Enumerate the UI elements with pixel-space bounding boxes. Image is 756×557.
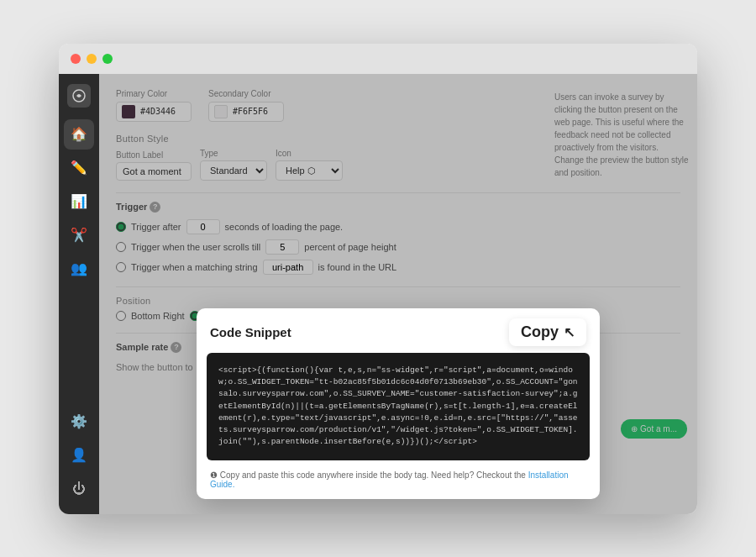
code-footer: ❶ Copy and paste this code anywhere insi… — [197, 470, 600, 499]
sidebar-bottom: ⚙️ 👤 ⏻ — [64, 407, 94, 504]
browser-window: 🏠 ✏️ 📊 ✂️ 👥 ⚙️ 👤 ⏻ Primary Color — [59, 44, 697, 514]
maximize-button[interactable] — [102, 54, 113, 64]
sidebar: 🏠 ✏️ 📊 ✂️ 👥 ⚙️ 👤 ⏻ — [59, 74, 99, 514]
code-snippet-card: Code Snippet Copy ↖ <script>{(function()… — [197, 308, 600, 499]
browser-titlebar — [59, 44, 697, 74]
sidebar-item-scissors[interactable]: ✂️ — [64, 220, 94, 250]
code-block[interactable]: <script>{(function(){var t,e,s,n="ss-wid… — [207, 353, 590, 460]
sidebar-item-profile[interactable]: 👤 — [64, 440, 94, 470]
sidebar-item-chart[interactable]: 📊 — [64, 187, 94, 217]
footer-text: Copy and paste this code anywhere inside… — [220, 470, 526, 480]
main-content: Primary Color #4D3446 Secondary Color #F… — [99, 74, 697, 514]
sidebar-item-power[interactable]: ⏻ — [64, 474, 94, 504]
cursor-icon: ↖ — [564, 324, 575, 340]
copy-label: Copy — [521, 323, 559, 341]
sidebar-item-users[interactable]: 👥 — [64, 254, 94, 284]
code-snippet-header: Code Snippet Copy ↖ — [197, 308, 600, 353]
close-button[interactable] — [71, 54, 81, 64]
sidebar-item-edit[interactable]: ✏️ — [64, 153, 94, 183]
sidebar-item-home[interactable]: 🏠 — [64, 119, 94, 150]
browser-body: 🏠 ✏️ 📊 ✂️ 👥 ⚙️ 👤 ⏻ Primary Color — [59, 74, 697, 514]
code-snippet-title: Code Snippet — [210, 325, 291, 339]
minimize-button[interactable] — [87, 54, 97, 64]
copy-button[interactable]: Copy ↖ — [509, 318, 586, 346]
sidebar-item-settings[interactable]: ⚙️ — [64, 407, 94, 437]
app-logo[interactable] — [67, 84, 91, 108]
